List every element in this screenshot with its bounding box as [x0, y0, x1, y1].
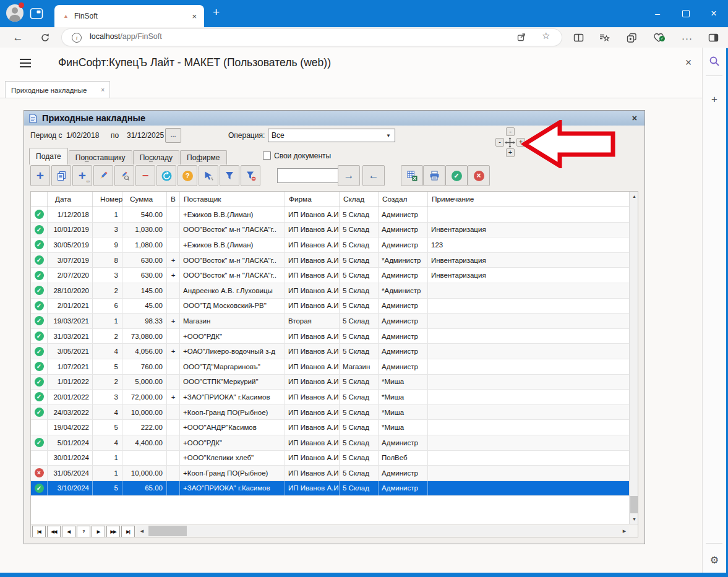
scroll-down-icon[interactable]: ▼	[630, 515, 638, 524]
table-row[interactable]: ✓31/03/2021273,080.00+ООО"РДК"ИП Иванов …	[31, 329, 629, 344]
table-row[interactable]: ✓20/01/2022372,000.00++ЗАО"ПРИОКА" г.Кас…	[31, 390, 629, 405]
table-row[interactable]: ✓19/03/2021198.33+МагазинВторая5 СкладАд…	[31, 314, 629, 329]
column-header[interactable]: Создал	[379, 192, 428, 207]
cancel-button[interactable]: ×	[468, 165, 490, 186]
dialog-tab-1[interactable]: По дате	[29, 148, 68, 165]
column-header[interactable]: Поставщик	[180, 192, 285, 207]
horizontal-scrollbar[interactable]: ◀ ▶	[137, 526, 629, 536]
table-row[interactable]: ✓3/10/2024565.00+ЗАО"ПРИОКА" г.КасимовИП…	[31, 481, 629, 497]
table-row[interactable]: 30/01/20241+ООО"Клепики хлеб"ИП Иванов А…	[31, 451, 629, 466]
doc-tab-close-icon[interactable]: ×	[101, 87, 105, 93]
window-minimize-button[interactable]: –	[643, 0, 672, 27]
scroll-up-icon[interactable]: ▲	[630, 192, 638, 201]
add-linked-button[interactable]: +∞	[72, 165, 92, 186]
column-header[interactable]: Примечание	[428, 192, 629, 207]
zoom-out-vertical-button[interactable]: -	[506, 127, 515, 136]
column-header[interactable]: В	[167, 192, 180, 207]
table-row[interactable]: ✓1/12/20181540.00+Ежиков В.В.(Лиман)ИП И…	[31, 207, 629, 223]
copy-button[interactable]	[51, 165, 71, 186]
hamburger-menu-icon[interactable]	[20, 59, 31, 67]
tab-close-icon[interactable]: ×	[192, 12, 197, 21]
pager-find-button[interactable]: ?	[77, 526, 90, 537]
table-row[interactable]: ×31/05/2024110,000.00+Кооп-Гранд ПО(Рыбн…	[31, 466, 629, 481]
pager-fast-prev-button[interactable]: ◀◀	[47, 526, 61, 537]
pager-next-button[interactable]: ▶	[92, 526, 105, 537]
table-row[interactable]: ✓1/01/202225,000.00ООО"СТПК"Меркурий"ИП …	[31, 375, 629, 390]
help-button[interactable]: ?	[178, 165, 197, 186]
confirm-button[interactable]: ✓	[445, 165, 468, 186]
app-close-icon[interactable]: ×	[680, 56, 696, 69]
table-row[interactable]: ✓28/10/20202145.00Андреенко А.В. г.Лухов…	[31, 283, 629, 299]
period-browse-button[interactable]: ...	[165, 128, 181, 143]
pager-prev-button[interactable]: ◀	[62, 526, 75, 537]
table-row[interactable]: ✓3/05/202144,056.00++ОАО"Ликеро-водочный…	[31, 344, 629, 359]
column-header[interactable]: Склад	[340, 192, 379, 207]
send-button[interactable]	[199, 165, 218, 186]
table-row[interactable]: 19/04/20225222.00+ООО"АНДР"КасимовИП Ива…	[31, 420, 629, 435]
table-row[interactable]: ✓5/01/202444,400.00+ООО"РДК"ИП Иванов А.…	[31, 435, 629, 451]
window-maximize-button[interactable]	[672, 0, 700, 27]
new-tab-button[interactable]: +	[213, 6, 220, 19]
period-to-value[interactable]: 31/12/2025	[127, 131, 164, 140]
vertical-scroll-thumb[interactable]	[630, 496, 638, 513]
operation-select[interactable]: Все ▼	[268, 129, 395, 142]
column-header[interactable]: Сумма	[122, 192, 167, 207]
view-button[interactable]	[114, 165, 134, 186]
table-header[interactable]: ДатаНомерСуммаВПоставщикФирмаСкладСоздал…	[31, 192, 629, 207]
filter-button[interactable]	[220, 165, 239, 186]
more-icon[interactable]: ···	[679, 30, 695, 45]
pager-fast-next-button[interactable]: ▶▶	[106, 526, 120, 537]
table-row[interactable]: ✓2/01/2021645.00ООО"ТД Московский-РВ"ИП …	[31, 299, 629, 314]
back-icon[interactable]: ←	[10, 30, 26, 45]
table-row[interactable]: ✓2/07/20203630.00+ООО"Восток" м-н "ЛАСКА…	[31, 268, 629, 283]
scroll-left-icon[interactable]: ◀	[137, 526, 147, 536]
favorite-star-icon[interactable]: ☆	[542, 30, 550, 41]
column-header[interactable]: Номер	[93, 192, 122, 207]
browser-tab[interactable]: ▲ FinSoft ×	[54, 5, 204, 27]
zoom-in-vertical-button[interactable]: +	[506, 148, 515, 157]
pager-last-button[interactable]: ▶|	[121, 526, 135, 537]
doc-tab[interactable]: Приходные накладные ×	[5, 81, 110, 98]
split-screen-icon[interactable]	[570, 30, 586, 45]
collections-icon[interactable]	[596, 30, 612, 45]
column-header[interactable]	[31, 192, 48, 207]
dialog-tab-3[interactable]: По складу	[133, 150, 179, 165]
table-row[interactable]: ✓30/05/201991,080.00+Ежиков В.В.(Лиман)И…	[31, 237, 629, 253]
edit-button[interactable]	[93, 165, 113, 186]
vertical-scrollbar[interactable]: ▲ ▼	[629, 192, 638, 524]
tab-group-icon[interactable]	[623, 30, 640, 45]
share-icon[interactable]	[516, 32, 526, 42]
dialog-tab-2[interactable]: По поставщику	[69, 150, 132, 165]
export-excel-button[interactable]	[401, 165, 423, 186]
move-icon[interactable]	[505, 137, 515, 148]
page-info-icon[interactable]: i	[72, 33, 82, 43]
url-text[interactable]: localhost/app/FinSoft	[90, 32, 162, 41]
print-button[interactable]	[423, 165, 445, 186]
own-documents-checkbox[interactable]	[263, 152, 271, 160]
table-row[interactable]: ✓10/01/201931,030.00ООО"Восток" м-н "ЛАС…	[31, 223, 629, 238]
add-button[interactable]: +	[30, 165, 50, 186]
settings-gear-icon[interactable]: ⚙	[709, 554, 720, 565]
column-header[interactable]: Дата	[48, 192, 93, 207]
pager-first-button[interactable]: |◀	[32, 526, 46, 537]
refresh-button[interactable]	[156, 165, 176, 186]
table-row[interactable]: ✓1/07/20215760.00ООО"ТД"Маргариновъ"ИП И…	[31, 359, 629, 375]
quick-search-input[interactable]	[277, 168, 339, 183]
delete-button[interactable]: −	[135, 165, 155, 186]
workspaces-icon[interactable]	[30, 7, 43, 20]
zoom-out-horizontal-button[interactable]: -	[495, 138, 504, 147]
search-icon[interactable]	[709, 56, 720, 67]
filter-clear-button[interactable]	[241, 165, 260, 186]
column-header[interactable]: Фирма	[285, 192, 340, 207]
window-close-icon[interactable]: ×	[632, 113, 637, 123]
table-row[interactable]: ✓24/03/2022410,000.00+Кооп-Гранд ПО(Рыбн…	[31, 405, 629, 421]
refresh-icon[interactable]	[37, 30, 53, 45]
sidebar-add-icon[interactable]: +	[709, 94, 720, 105]
scroll-right-icon[interactable]: ▶	[620, 526, 629, 536]
period-from-value[interactable]: 1/02/2018	[66, 131, 99, 140]
go-forward-button[interactable]: →	[338, 165, 360, 186]
sidebar-toggle-icon[interactable]	[705, 30, 721, 45]
go-back-button[interactable]: ←	[362, 165, 385, 186]
table-row[interactable]: ✓3/07/20198630.00+ООО"Восток" м-н "ЛАСКА…	[31, 253, 629, 268]
horizontal-scroll-thumb[interactable]	[148, 526, 187, 536]
